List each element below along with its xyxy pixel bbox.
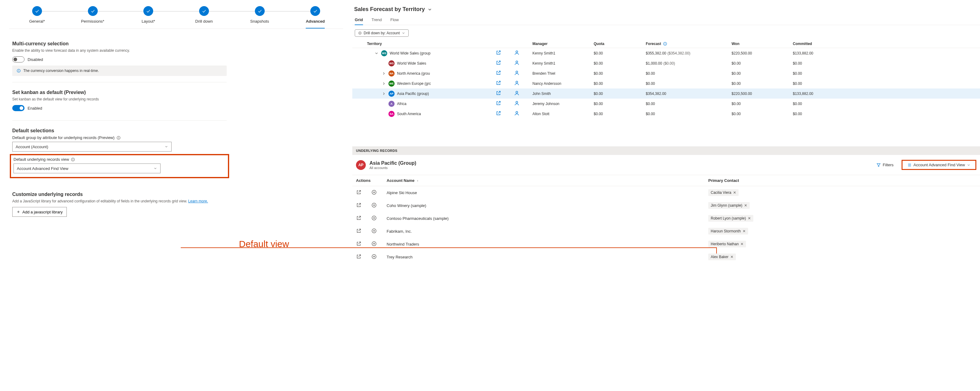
step-drilldown[interactable]: Drill down bbox=[176, 6, 232, 28]
popout-icon[interactable] bbox=[496, 90, 501, 96]
add-icon[interactable] bbox=[371, 241, 377, 246]
grid-row[interactable]: WSWorld Wide SalesKenny Smith1$0.00$1,00… bbox=[352, 58, 980, 68]
close-icon[interactable]: ✕ bbox=[733, 191, 736, 195]
grid-row[interactable]: NANorth America (grouBrenden Thiel$0.00$… bbox=[352, 68, 980, 78]
section-desc: Set kanban as the default view for under… bbox=[12, 97, 227, 101]
col-manager[interactable]: Manager bbox=[533, 41, 594, 46]
step-layout[interactable]: Layout* bbox=[120, 6, 176, 28]
popout-icon[interactable] bbox=[496, 100, 501, 106]
records-row[interactable]: Trey ResearchAlex Baker✕ bbox=[352, 250, 980, 263]
person-icon[interactable] bbox=[514, 100, 520, 106]
person-icon[interactable] bbox=[514, 80, 520, 86]
popout-icon[interactable] bbox=[356, 202, 361, 208]
col-primary-contact[interactable]: Primary Contact bbox=[708, 178, 976, 183]
contact-chip[interactable]: Cacilia Viera✕ bbox=[708, 189, 738, 196]
records-row[interactable]: Contoso Pharmaceuticals (sample)Robert L… bbox=[352, 212, 980, 225]
filter-icon bbox=[877, 163, 881, 167]
grid-row[interactable]: AAfricaJeremy Johnson$0.00$0.00$0.00$0.0… bbox=[352, 99, 980, 109]
chevron-right-icon[interactable] bbox=[382, 81, 386, 86]
won-cell: $220,500.00 bbox=[732, 51, 793, 56]
records-row[interactable]: Alpine Ski HouseCacilia Viera✕ bbox=[352, 186, 980, 199]
popout-icon[interactable] bbox=[496, 70, 501, 76]
chevron-right-icon[interactable] bbox=[382, 92, 386, 96]
contact-chip[interactable]: Alex Baker✕ bbox=[708, 254, 736, 260]
close-icon[interactable]: ✕ bbox=[730, 255, 733, 259]
col-territory[interactable]: Territory bbox=[367, 41, 496, 46]
close-icon[interactable]: ✕ bbox=[743, 229, 746, 233]
tab-trend[interactable]: Trend bbox=[372, 15, 382, 25]
close-icon[interactable]: ✕ bbox=[748, 216, 751, 221]
add-icon[interactable] bbox=[371, 215, 377, 221]
popout-icon[interactable] bbox=[496, 50, 501, 56]
tab-grid[interactable]: Grid bbox=[355, 15, 363, 25]
person-icon[interactable] bbox=[514, 50, 520, 56]
person-icon[interactable] bbox=[514, 70, 520, 76]
add-icon[interactable] bbox=[371, 189, 377, 195]
svg-point-16 bbox=[516, 71, 518, 73]
add-js-button[interactable]: ＋ Add a javascript library bbox=[12, 207, 67, 217]
add-icon[interactable] bbox=[371, 228, 377, 234]
popout-icon[interactable] bbox=[356, 228, 361, 234]
step-snapshots[interactable]: Snapshots bbox=[232, 6, 288, 28]
default-view-select[interactable]: Account Advanced Find View bbox=[13, 164, 161, 173]
popout-icon[interactable] bbox=[356, 254, 361, 259]
popout-icon[interactable] bbox=[496, 60, 501, 65]
col-won[interactable]: Won bbox=[732, 41, 793, 46]
popout-icon[interactable] bbox=[356, 215, 361, 221]
info-icon[interactable] bbox=[663, 41, 667, 46]
col-account-name[interactable]: Account Name ↑ bbox=[387, 178, 708, 183]
popout-icon[interactable] bbox=[496, 111, 501, 116]
add-icon[interactable] bbox=[371, 254, 377, 259]
grid-row[interactable]: WEWestern Europe (grcNancy Andersson$0.0… bbox=[352, 78, 980, 89]
drilldown-icon bbox=[358, 31, 362, 35]
territory-name: Asia Pacific (group) bbox=[397, 92, 429, 96]
step-permissions[interactable]: Permissions* bbox=[65, 6, 121, 28]
svg-point-17 bbox=[516, 81, 518, 83]
col-committed[interactable]: Committed bbox=[793, 41, 854, 46]
manager-cell: Jeremy Johnson bbox=[533, 102, 594, 106]
manager-cell: Alton Stott bbox=[533, 112, 594, 116]
grid-row[interactable]: WSWorld Wide Sales (groupKenny Smith1$0.… bbox=[352, 48, 980, 58]
info-icon[interactable] bbox=[71, 157, 75, 162]
grid-row[interactable]: SASouth AmericaAlton Stott$0.00$0.00$0.0… bbox=[352, 109, 980, 119]
person-icon[interactable] bbox=[514, 90, 520, 96]
view-switcher[interactable]: Account Advanced Find View bbox=[905, 161, 973, 168]
contact-chip[interactable]: Robert Lyon (sample)✕ bbox=[708, 215, 753, 222]
contact-chip[interactable]: Haroun Stormonth✕ bbox=[708, 228, 748, 235]
col-forecast[interactable]: Forecast bbox=[646, 41, 732, 46]
svg-point-19 bbox=[516, 101, 518, 103]
close-icon[interactable]: ✕ bbox=[740, 242, 743, 246]
step-general[interactable]: General* bbox=[9, 6, 65, 28]
add-icon[interactable] bbox=[371, 202, 377, 208]
drilldown-pill[interactable]: Drill down by: Account bbox=[355, 29, 409, 37]
committed-cell: $0.00 bbox=[793, 102, 854, 106]
records-row[interactable]: Northwind TradersHeriberto Nathan✕ bbox=[352, 238, 980, 250]
popout-icon[interactable] bbox=[356, 241, 361, 246]
popout-icon[interactable] bbox=[496, 80, 501, 86]
filters-button[interactable]: Filters bbox=[874, 161, 896, 168]
col-actions[interactable]: Actions bbox=[356, 178, 387, 183]
person-icon[interactable] bbox=[514, 60, 520, 65]
contact-chip[interactable]: Heriberto Nathan✕ bbox=[708, 241, 746, 247]
forecast-pane: Sales Forecast by Territory Grid Trend F… bbox=[352, 0, 980, 263]
grid-row[interactable]: APAsia Pacific (group)John Smith$0.00$35… bbox=[352, 89, 980, 99]
close-icon[interactable]: ✕ bbox=[744, 203, 747, 208]
section-kanban: Set kanban as default (Preview) Set kanb… bbox=[12, 90, 227, 121]
person-icon[interactable] bbox=[514, 111, 520, 116]
chevron-down-icon[interactable] bbox=[374, 51, 379, 56]
popout-icon[interactable] bbox=[356, 189, 361, 195]
toggle-multicurrency[interactable] bbox=[12, 56, 24, 62]
tab-flow[interactable]: Flow bbox=[390, 15, 399, 25]
step-advanced[interactable]: Advanced bbox=[287, 6, 343, 29]
col-quota[interactable]: Quota bbox=[594, 41, 646, 46]
groupby-select[interactable]: Account (Account) bbox=[12, 142, 172, 151]
learn-more-link[interactable]: Learn more. bbox=[188, 199, 208, 203]
toggle-kanban[interactable] bbox=[12, 105, 24, 111]
info-icon[interactable] bbox=[116, 136, 121, 140]
chevron-down-icon[interactable] bbox=[427, 7, 432, 12]
chevron-right-icon[interactable] bbox=[382, 72, 386, 76]
contact-chip[interactable]: Jim Glynn (sample)✕ bbox=[708, 202, 749, 209]
records-row[interactable]: Fabrikam, Inc.Haroun Stormonth✕ bbox=[352, 225, 980, 238]
territory-avatar: NA bbox=[388, 70, 395, 76]
records-row[interactable]: Coho Winery (sample)Jim Glynn (sample)✕ bbox=[352, 199, 980, 212]
